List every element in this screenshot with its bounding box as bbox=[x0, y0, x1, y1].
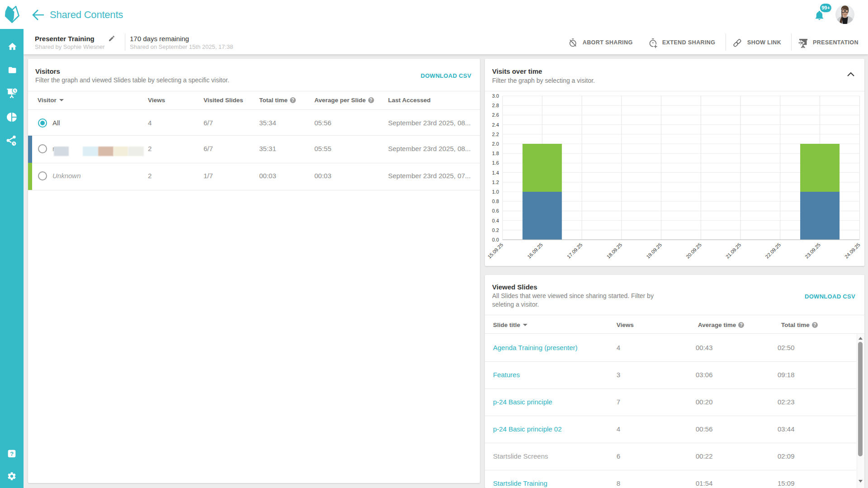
svg-text:2.6: 2.6 bbox=[492, 112, 499, 118]
svg-text:2.8: 2.8 bbox=[492, 103, 499, 108]
svg-text:18.09.25: 18.09.25 bbox=[606, 242, 623, 260]
svg-text:1.8: 1.8 bbox=[492, 151, 499, 156]
svg-text:23.09.25: 23.09.25 bbox=[804, 242, 821, 260]
svg-text:22.09.25: 22.09.25 bbox=[764, 242, 782, 260]
svg-text:?: ? bbox=[10, 450, 14, 457]
svg-text:1.0: 1.0 bbox=[492, 189, 499, 194]
svg-text:0.6: 0.6 bbox=[492, 208, 499, 213]
svg-text:0.4: 0.4 bbox=[492, 218, 499, 223]
svg-text:0.2: 0.2 bbox=[492, 227, 499, 233]
svg-text:15.09.25: 15.09.25 bbox=[487, 242, 504, 260]
svg-text:1.2: 1.2 bbox=[492, 180, 499, 185]
svg-text:16.09.25: 16.09.25 bbox=[526, 242, 544, 260]
svg-text:1.6: 1.6 bbox=[492, 160, 499, 166]
svg-text:19.09.25: 19.09.25 bbox=[645, 242, 663, 260]
svg-text:21.09.25: 21.09.25 bbox=[725, 242, 742, 260]
svg-text:0.0: 0.0 bbox=[492, 237, 499, 242]
svg-text:20.09.25: 20.09.25 bbox=[685, 242, 702, 260]
svg-text:3.0: 3.0 bbox=[492, 93, 499, 99]
svg-text:17.09.25: 17.09.25 bbox=[566, 242, 583, 260]
svg-text:2.0: 2.0 bbox=[492, 141, 499, 147]
svg-text:2.2: 2.2 bbox=[492, 132, 499, 137]
svg-text:2.4: 2.4 bbox=[492, 122, 499, 128]
svg-text:24.09.25: 24.09.25 bbox=[844, 242, 861, 260]
svg-text:0.8: 0.8 bbox=[492, 199, 499, 204]
svg-text:1.4: 1.4 bbox=[492, 170, 499, 175]
